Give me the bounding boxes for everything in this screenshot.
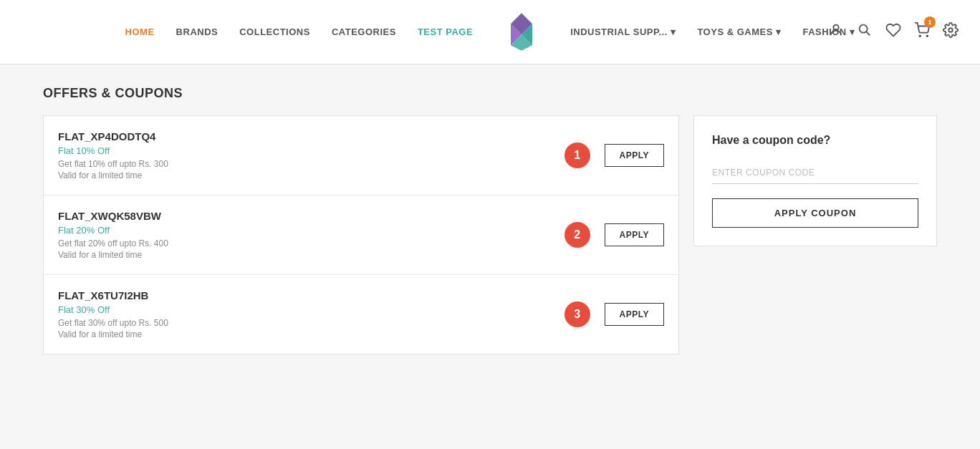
- coupon-input[interactable]: [712, 161, 918, 184]
- coupon-discount: Flat 20% Off: [58, 225, 565, 236]
- settings-icon[interactable]: [943, 22, 959, 42]
- header-icons: 1: [828, 22, 959, 42]
- coupon-apply-button[interactable]: APPLY: [605, 223, 664, 246]
- nav-item-collections[interactable]: COLLECTIONS: [239, 26, 310, 37]
- coupon-code: FLAT_XWQK58VBW: [58, 210, 565, 222]
- coupon-discount: Flat 10% Off: [58, 145, 565, 156]
- coupon-number: 3: [565, 301, 590, 327]
- svg-point-4: [833, 25, 838, 30]
- coupon-info: FLAT_X6TU7I2HB Flat 30% Off Get flat 30%…: [58, 289, 565, 339]
- coupon-discount: Flat 30% Off: [58, 304, 565, 315]
- nav: HOMEBRANDSCOLLECTIONSCATEGORIESTEST PAGE…: [125, 7, 855, 57]
- coupon-number: 2: [565, 222, 590, 248]
- nav-item-industrial-supp...[interactable]: INDUSTRIAL SUPP... ▾: [570, 26, 676, 37]
- coupon-code: FLAT_XP4DODTQ4: [58, 130, 565, 143]
- nav-item-toys-&-games[interactable]: TOYS & GAMES ▾: [697, 26, 781, 37]
- svg-point-8: [926, 35, 928, 37]
- wishlist-icon[interactable]: [885, 22, 901, 42]
- header: HOMEBRANDSCOLLECTIONSCATEGORIESTEST PAGE…: [0, 0, 980, 64]
- coupon-validity: Valid for a limited time: [58, 329, 565, 339]
- coupon-desc: Get flat 20% off upto Rs. 400: [58, 238, 565, 248]
- coupon-row: FLAT_XWQK58VBW Flat 20% Off Get flat 20%…: [44, 195, 678, 275]
- section-title: OFFERS & COUPONS: [43, 86, 937, 101]
- coupon-validity: Valid for a limited time: [58, 250, 565, 260]
- coupon-code-panel: Have a coupon code? APPLY COUPON: [693, 115, 937, 246]
- user-icon[interactable]: [828, 22, 844, 42]
- cart-badge: 1: [924, 16, 936, 28]
- apply-coupon-button[interactable]: APPLY COUPON: [712, 198, 918, 228]
- nav-item-test-page[interactable]: TEST PAGE: [418, 26, 473, 37]
- cart-icon[interactable]: 1: [914, 22, 930, 42]
- svg-point-9: [948, 28, 953, 32]
- nav-item-home[interactable]: HOME: [125, 26, 155, 37]
- coupon-row: FLAT_X6TU7I2HB Flat 30% Off Get flat 30%…: [44, 275, 678, 354]
- coupon-info: FLAT_XWQK58VBW Flat 20% Off Get flat 20%…: [58, 210, 565, 260]
- svg-point-5: [860, 25, 868, 33]
- main-content: OFFERS & COUPONS FLAT_XP4DODTQ4 Flat 10%…: [0, 64, 980, 449]
- coupon-apply-button[interactable]: APPLY: [605, 303, 664, 326]
- panel-title: Have a coupon code?: [712, 134, 918, 147]
- coupon-apply-button[interactable]: APPLY: [605, 144, 664, 167]
- coupon-number: 1: [565, 143, 590, 168]
- coupon-info: FLAT_XP4DODTQ4 Flat 10% Off Get flat 10%…: [58, 130, 565, 180]
- coupon-desc: Get flat 30% off upto Rs. 500: [58, 318, 565, 328]
- svg-line-6: [866, 32, 870, 35]
- coupon-code: FLAT_X6TU7I2HB: [58, 289, 565, 301]
- nav-item-categories[interactable]: CATEGORIES: [332, 26, 396, 37]
- logo[interactable]: [500, 7, 543, 57]
- nav-item-brands[interactable]: BRANDS: [176, 26, 218, 37]
- coupon-validity: Valid for a limited time: [58, 170, 565, 180]
- coupon-row: FLAT_XP4DODTQ4 Flat 10% Off Get flat 10%…: [44, 116, 678, 195]
- coupon-desc: Get flat 10% off upto Rs. 300: [58, 159, 565, 169]
- coupons-panel: FLAT_XP4DODTQ4 Flat 10% Off Get flat 10%…: [43, 115, 679, 354]
- content-area: FLAT_XP4DODTQ4 Flat 10% Off Get flat 10%…: [43, 115, 937, 354]
- search-icon[interactable]: [857, 22, 873, 42]
- svg-point-7: [919, 35, 921, 37]
